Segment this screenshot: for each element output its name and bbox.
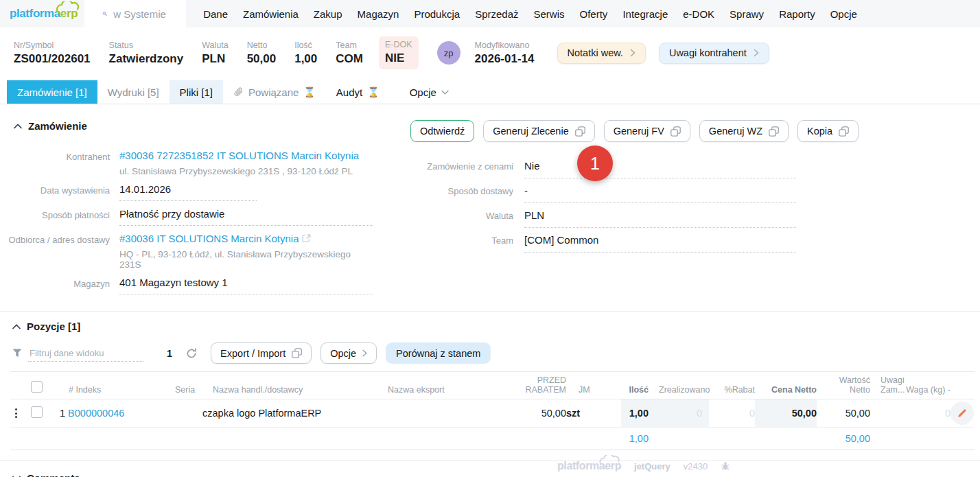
tab-wydruki[interactable]: Wydruki [5] (97, 80, 170, 104)
copy-icon (292, 348, 302, 358)
recipient-row: Odbiorca / adres dostawy #30036 IT SOLUT… (0, 229, 395, 273)
netto-field: Netto 50,00 (247, 40, 277, 66)
positions-section-header[interactable]: Pozycje [1] (0, 321, 980, 332)
row-edit-button[interactable] (950, 402, 974, 425)
hourglass-icon: ⌛ (303, 86, 315, 97)
row-nazwa: czapka logo PlatformaERP (202, 402, 371, 425)
nav-item-zamowienia[interactable]: Zamówienia (235, 8, 306, 20)
filter-input[interactable] (28, 345, 143, 362)
currency-field: Waluta PLN (202, 40, 228, 66)
team-row-label: Team (410, 234, 513, 246)
col-indeks: # Indeks (60, 385, 165, 395)
row-checkbox[interactable] (31, 406, 43, 418)
team-field: Team COM (336, 40, 363, 66)
user-avatar[interactable]: zp (437, 41, 460, 65)
copy-button[interactable]: Kopia (797, 120, 859, 142)
contractor-address: ul. Stanisława Przybyszewskiego 231S , 9… (119, 166, 373, 176)
team-row-value[interactable]: [COM] Common (524, 234, 796, 253)
nav-item-magazyn[interactable]: Magazyn (350, 8, 407, 20)
generate-fv-button[interactable]: Generuj FV (604, 120, 690, 142)
row-ilosc[interactable]: 1,00 (621, 399, 649, 427)
system-search-input[interactable] (113, 8, 176, 20)
currency-row-value[interactable]: PLN (524, 209, 796, 228)
team-row: Team [COM] Common (410, 228, 796, 253)
nav-item-oferty[interactable]: Oferty (572, 8, 616, 20)
row-rabat: 0 (709, 402, 755, 425)
positions-section-title: Pozycje [1] (27, 321, 80, 332)
nav-item-raporty[interactable]: Raporty (771, 8, 823, 20)
row-cena-netto[interactable]: 50,00 (755, 399, 817, 427)
nav-item-sprawy[interactable]: Sprawy (722, 8, 771, 20)
netto-value: 50,00 (247, 52, 277, 66)
copy-icon (839, 126, 849, 137)
row-waga: 0 (902, 402, 950, 425)
order-fields: Kontrahent #30036 7272351852 IT SOLUTION… (0, 146, 395, 298)
copy-icon (670, 126, 681, 137)
nav-item-produkcja[interactable]: Produkcja (406, 8, 467, 20)
generate-order-button[interactable]: Generuj Zlecenie (483, 120, 594, 142)
issue-date-value[interactable]: 14.01.2026 (119, 183, 257, 201)
app-logo[interactable]: platformaerp (0, 7, 84, 21)
positions-options-button[interactable]: Opcje (320, 342, 377, 364)
tab-powiazane[interactable]: Powiązane ⌛ (223, 80, 326, 104)
comments-title: Comments (27, 472, 80, 477)
summary-ilosc: 1,00 (621, 428, 649, 450)
chevron-right-icon (362, 349, 367, 357)
export-import-button[interactable]: Export / Import (211, 342, 312, 364)
recipient-label: Odbiorca / adres dostawy (0, 233, 110, 245)
issue-date-label: Data wystawienia (0, 183, 110, 196)
hourglass-icon: ⌛ (367, 86, 379, 97)
netto-label: Netto (247, 40, 277, 50)
footer-version: v2430 (684, 461, 708, 472)
prices-label: Zamówienie z cenami (410, 160, 513, 172)
recipient-link[interactable]: #30036 IT SOLUTIONS Marcin Kotynia (119, 233, 311, 244)
positions-table: # Indeks Seria Nazwa handl./dostawcy Naz… (10, 371, 975, 450)
search-box[interactable] (84, 0, 186, 27)
col-nazwa: Nazwa handl./dostawcy (202, 385, 371, 395)
app-logo-part1: platforma (10, 7, 60, 20)
payment-method-value[interactable]: Płatność przy dostawie (119, 208, 373, 226)
col-ilosc: Ilość (621, 385, 649, 395)
contractor-link[interactable]: #30036 7272351852 IT SOLUTIONS Marcin Ko… (119, 150, 359, 161)
quantity-field: Ilość 1,00 (294, 40, 317, 66)
prices-value[interactable]: Nie (524, 160, 796, 178)
order-left-column: Zamówienie Kontrahent #30036 7272351852 … (0, 120, 395, 298)
refresh-button[interactable] (186, 348, 197, 359)
tab-pliki[interactable]: Pliki [1] (170, 80, 223, 104)
tab-audyt[interactable]: Audyt ⌛ (326, 80, 390, 104)
restore-button[interactable]: Odtwierdź (410, 120, 474, 142)
col-waga: Waga (kg) - (902, 385, 950, 395)
generate-wz-button[interactable]: Generuj WZ (699, 120, 789, 142)
footer: platformaerp jetQuery v2430 (557, 460, 730, 472)
compare-with-stock-button[interactable]: Porównaj z stanem (386, 342, 491, 364)
top-nav: platformaerp Dane Zamówienia Zakup Magaz… (0, 0, 980, 27)
contractor-remarks-button[interactable]: Uwagi kontrahent (659, 43, 769, 64)
warehouse-value[interactable]: 401 Magazyn testowy 1 (119, 277, 373, 294)
payment-method-label: Sposób płatności (0, 208, 110, 220)
nav-item-opcje[interactable]: Opcje (823, 8, 865, 20)
row-jm: szt (566, 402, 621, 425)
bug-icon[interactable] (721, 461, 730, 471)
delivery-method-value[interactable]: - (524, 185, 796, 203)
step-annotation-badge: 1 (577, 146, 613, 181)
footer-logo: platformaerp (557, 460, 621, 472)
main-menu: Dane Zamówienia Zakup Magazyn Produkcja … (196, 8, 865, 20)
row-index-link[interactable]: B000000046 (68, 408, 124, 419)
nav-item-serwis[interactable]: Serwis (526, 8, 572, 20)
nav-item-edok[interactable]: e-DOK (675, 8, 722, 20)
summary-wartosc-netto: 50,00 (817, 428, 870, 450)
order-right-column: Odtwierdź Generuj Zlecenie Generuj FV Ge… (395, 120, 980, 298)
comments-section-header[interactable]: Comments (0, 460, 980, 477)
select-all-checkbox[interactable] (31, 381, 43, 393)
footer-library: jetQuery (634, 461, 670, 472)
nav-item-dane[interactable]: Dane (196, 8, 235, 20)
nav-item-sprzedaz[interactable]: Sprzedaż (467, 8, 526, 20)
row-menu-button[interactable] (15, 408, 18, 418)
tab-opcje[interactable]: Opcje (399, 80, 459, 104)
nav-item-integracje[interactable]: Integracje (615, 8, 675, 20)
internal-notes-button[interactable]: Notatki wew. (557, 43, 646, 64)
nav-item-zakup[interactable]: Zakup (306, 8, 350, 20)
order-section-header[interactable]: Zamówienie (0, 120, 395, 132)
tab-zamowienie[interactable]: Zamówienie [1] (7, 80, 97, 104)
chevron-up-icon (14, 124, 22, 129)
